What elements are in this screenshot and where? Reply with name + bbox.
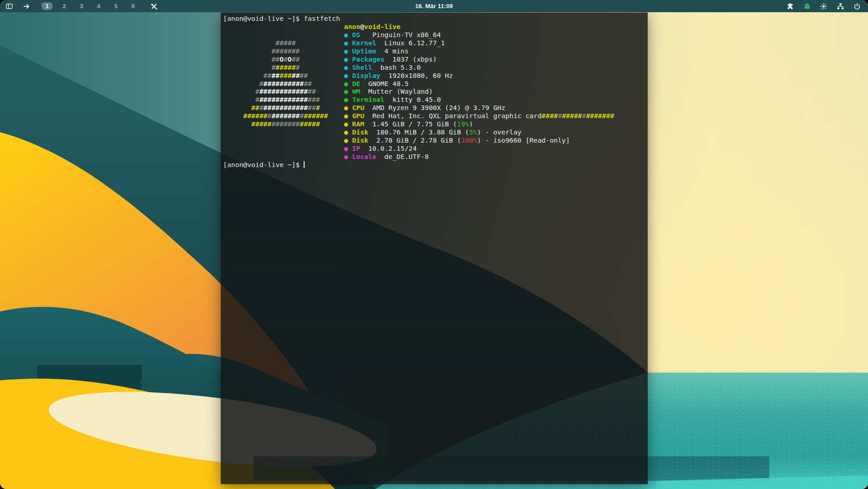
panel-toggle-icon[interactable] <box>5 2 14 11</box>
workspace-4[interactable]: 4 <box>93 2 104 10</box>
top-bar: 1 2 3 4 5 6 16. Mär 11:09 <box>0 0 868 12</box>
workspace-3[interactable]: 3 <box>76 2 87 10</box>
network-icon[interactable] <box>836 2 845 11</box>
terminal-window[interactable]: [anon@void-live ~]$ fastfetch anon@void-… <box>221 13 648 484</box>
extensions-puzzle-icon[interactable] <box>786 2 795 11</box>
top-bar-left: 1 2 3 4 5 6 <box>0 2 158 11</box>
workspace-5[interactable]: 5 <box>110 2 121 10</box>
brightness-icon[interactable] <box>819 2 828 11</box>
workspace-switcher: 1 2 3 4 5 6 <box>42 2 138 10</box>
workspace-6[interactable]: 6 <box>128 2 138 10</box>
workspace-1[interactable]: 1 <box>42 2 52 10</box>
ghost-icon[interactable] <box>802 2 811 11</box>
top-bar-right <box>786 2 868 11</box>
desktop: 1 2 3 4 5 6 16. Mär 11:09 <box>0 0 868 489</box>
terminal-output: [anon@void-live ~]$ fastfetch anon@void-… <box>221 13 648 169</box>
power-icon[interactable] <box>853 2 862 11</box>
workspace-2[interactable]: 2 <box>59 2 70 10</box>
arrow-right-icon[interactable] <box>22 2 31 11</box>
clock[interactable]: 16. Mär 11:09 <box>415 3 453 10</box>
tools-icon[interactable] <box>149 2 158 11</box>
